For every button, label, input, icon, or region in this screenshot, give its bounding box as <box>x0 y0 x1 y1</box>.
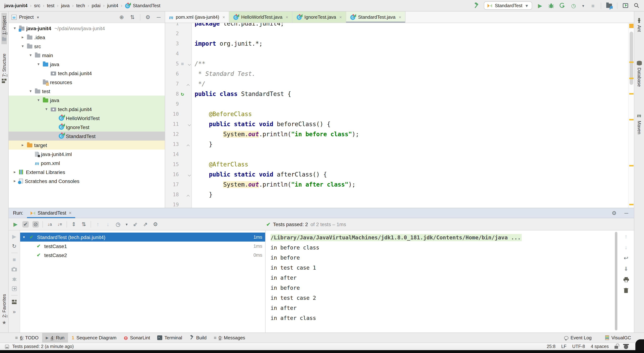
tree-row[interactable]: ▾java <box>9 60 165 69</box>
debug-button[interactable] <box>548 2 554 9</box>
code-line[interactable]: 14 <box>165 149 634 159</box>
collapse-all-button[interactable]: ⇅ <box>80 221 87 227</box>
breadcrumb-item[interactable]: test <box>47 3 54 8</box>
tree-expand-arrow[interactable]: ▸ <box>12 179 17 183</box>
tree-row[interactable]: ▾test <box>9 87 165 96</box>
code-line[interactable]: 12 System.out.println("in before class")… <box>165 129 634 139</box>
sidebar-item-project[interactable]: 1: Project <box>2 13 7 44</box>
close-icon[interactable]: × <box>339 14 342 19</box>
tree-expand-arrow[interactable]: ▾ <box>12 26 17 30</box>
sidebar-item-maven[interactable]: m Maven <box>636 110 642 137</box>
code-line[interactable]: 1package tech.pdai.junit4; <box>165 23 634 28</box>
test-settings-gear-icon[interactable]: ⚙ <box>152 221 159 227</box>
tool-window-button[interactable]: Build <box>186 333 210 343</box>
more-options-icon[interactable]: » <box>11 309 18 315</box>
code-line[interactable]: 13 } <box>165 139 634 149</box>
build-hammer-icon[interactable] <box>473 2 480 9</box>
rerun-button[interactable]: ▶ <box>12 221 19 227</box>
visualgc-button[interactable]: VisualGC <box>602 333 635 343</box>
close-icon[interactable]: × <box>222 14 225 19</box>
print-icon[interactable] <box>623 277 629 283</box>
soft-wrap-button[interactable]: ↩ <box>623 255 629 261</box>
tree-row[interactable]: tech.pdai.junit4 <box>9 69 165 78</box>
tool-window-button[interactable]: >_Terminal <box>154 333 186 343</box>
code-line[interactable]: 6 * Standard Test. <box>165 69 634 79</box>
locate-file-button[interactable]: ⊕ <box>118 14 125 20</box>
fold-marker-icon[interactable] <box>186 144 190 147</box>
tree-expand-arrow[interactable]: ▾ <box>44 107 49 111</box>
warning-stripe-mark[interactable] <box>629 93 634 94</box>
code-line[interactable]: 4 <box>165 48 634 59</box>
tree-row[interactable]: ▾java-junit4~/pdai/www/java-junit4 <box>9 24 165 33</box>
coverage-button[interactable] <box>559 2 566 9</box>
tree-row[interactable]: ▸.idea <box>9 33 165 42</box>
tree-row[interactable]: ▸External Libraries <box>9 168 165 176</box>
inspector-hector-icon[interactable] <box>624 345 628 349</box>
editor-scrollbar[interactable] <box>628 23 634 208</box>
tool-window-button[interactable]: ≡6: TODO <box>12 333 42 343</box>
tree-expand-arrow[interactable]: ▸ <box>20 143 25 147</box>
warning-stripe-mark[interactable] <box>629 204 634 205</box>
clear-console-trash-icon[interactable] <box>623 287 629 294</box>
code-line[interactable]: 19 <box>165 200 634 208</box>
show-passed-toggle[interactable]: ✔ <box>22 221 29 227</box>
collapse-all-button[interactable]: ⇅ <box>129 14 136 20</box>
expand-all-button[interactable]: ⇕ <box>70 221 77 227</box>
indent-setting[interactable]: 4 spaces <box>591 344 609 349</box>
import-test-results-button[interactable]: ⇙ <box>132 221 138 227</box>
inspection-status-square[interactable] <box>629 24 634 28</box>
scroll-to-end-button[interactable]: ⇓ <box>623 266 629 272</box>
fold-marker-icon[interactable] <box>188 173 191 176</box>
tool-window-button[interactable]: ≡0: Messages <box>210 333 249 343</box>
fold-marker-icon[interactable] <box>188 123 191 126</box>
tree-row[interactable]: CStandardTest <box>9 132 165 141</box>
tree-row[interactable]: ▸target <box>9 141 165 150</box>
history-chevron-icon[interactable]: ▾ <box>125 221 128 227</box>
code-line[interactable]: 11 public static void beforeClass() { <box>165 119 634 129</box>
tree-expand-arrow[interactable]: ▾ <box>28 53 33 57</box>
tree-row[interactable]: ▾java <box>9 96 165 105</box>
breadcrumb-item[interactable]: src <box>34 3 40 8</box>
settings-gear-icon[interactable]: ⚙ <box>611 210 618 216</box>
window-dock-icon[interactable] <box>5 345 9 349</box>
export-test-results-button[interactable]: ⇗ <box>142 221 148 227</box>
tool-window-button[interactable]: 1Sequence Diagram <box>68 333 120 343</box>
hide-panel-button[interactable]: ─ <box>156 14 162 20</box>
fold-marker-icon[interactable] <box>188 62 191 66</box>
editor-tab[interactable]: mpom.xml (java-junit4)× <box>165 11 229 23</box>
run-anything-button[interactable] <box>622 2 628 9</box>
code-editor[interactable]: 1package tech.pdai.junit4;23import org.j… <box>165 23 634 208</box>
run-button[interactable]: ▶ <box>537 2 543 9</box>
editor-tab[interactable]: CHelloWorldTest.java× <box>229 11 292 23</box>
project-view-chevron-icon[interactable]: ▾ <box>36 14 40 20</box>
code-line[interactable]: 17 System.out.println("in after class"); <box>165 179 634 189</box>
close-icon[interactable]: × <box>286 14 288 19</box>
profiler-chevron-icon[interactable]: ▾ <box>582 2 585 9</box>
tree-row[interactable]: ▸Scratches and Consoles <box>9 176 165 185</box>
code-line[interactable]: 9 <box>165 99 634 109</box>
code-line[interactable]: 2 <box>165 28 634 38</box>
editor-scrollbar-thumb[interactable] <box>630 32 633 85</box>
line-separator[interactable]: LF <box>561 344 566 349</box>
code-line[interactable]: 7 */ <box>165 79 634 89</box>
breadcrumb-item[interactable]: pdai <box>92 3 100 8</box>
event-log-button[interactable]: Event Log <box>560 333 595 343</box>
sidebar-item-ant[interactable]: Ant <box>636 15 642 35</box>
tree-expand-arrow[interactable]: ▾ <box>23 235 27 239</box>
test-history-button[interactable]: ◷ <box>115 221 121 227</box>
tree-row[interactable]: mpom.xml <box>9 159 165 168</box>
run-test-gutter-icon[interactable]: ↻ <box>181 91 184 97</box>
exit-snapshot-icon[interactable] <box>11 285 18 292</box>
sort-alphabetically-button[interactable]: ↓a <box>46 221 53 227</box>
breadcrumb-item[interactable]: java <box>61 3 70 8</box>
tree-expand-arrow[interactable]: ▾ <box>20 44 25 48</box>
tool-window-button[interactable]: ▶4: Run <box>42 333 68 343</box>
fold-marker-icon[interactable] <box>186 195 190 198</box>
show-ignored-toggle[interactable]: ⊘ <box>32 221 39 227</box>
sidebar-item-structure[interactable]: 7: Structure <box>2 51 7 86</box>
test-tree-row[interactable]: ✔testCase11ms <box>20 242 265 251</box>
code-line[interactable]: 5≡/** <box>165 59 634 69</box>
test-tree-row[interactable]: ✔testCase20ms <box>20 251 265 260</box>
tool-window-button[interactable]: ⊖SonarLint <box>120 333 154 343</box>
search-everywhere-button[interactable] <box>633 2 640 9</box>
